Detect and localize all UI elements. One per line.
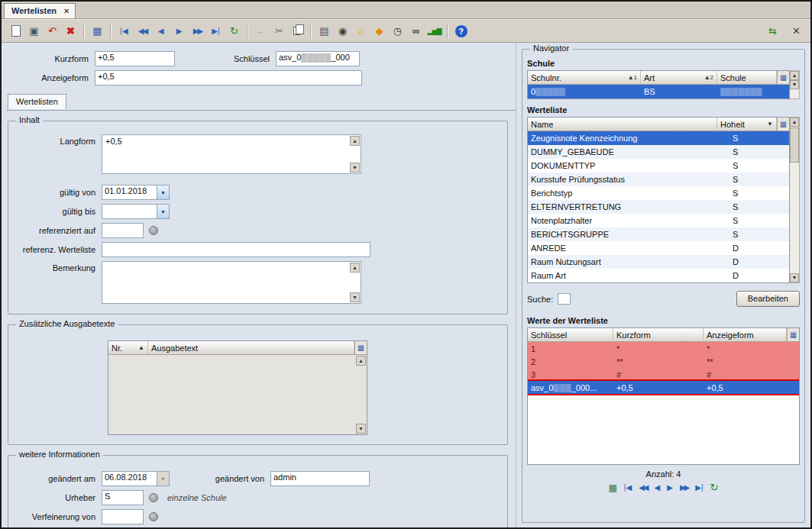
- nav-prev-icon[interactable]: ◀: [152, 23, 170, 40]
- table-config-icon[interactable]: ▦: [777, 71, 789, 84]
- pager-refresh-icon[interactable]: ↻: [710, 482, 719, 493]
- col-art[interactable]: Art ▲2: [641, 71, 717, 84]
- goto-record-icon[interactable]: ▦: [608, 482, 616, 493]
- col-kurzform[interactable]: Kurzform: [613, 328, 704, 341]
- sync-icon[interactable]: ⇆: [764, 23, 781, 40]
- pager-prev-icon[interactable]: ◀: [655, 483, 661, 492]
- scroll-down-icon[interactable]: ▼: [350, 292, 360, 302]
- gueltig-bis-input[interactable]: [102, 204, 157, 219]
- col-anzeigeform[interactable]: Anzeigeform: [704, 328, 787, 341]
- chevron-down-icon[interactable]: ▼: [157, 204, 170, 219]
- werteliste-row[interactable]: Raum Art D: [528, 269, 789, 282]
- werteliste-row[interactable]: DUMMY_GEBAEUDE S: [528, 145, 789, 159]
- edit-table-icon[interactable]: ▦: [89, 23, 106, 40]
- geaendert-von-input[interactable]: admin: [270, 471, 370, 486]
- kurzform-input[interactable]: +0,5: [95, 51, 175, 66]
- validity-icon[interactable]: ◆: [370, 23, 388, 40]
- help-icon[interactable]: ?: [452, 23, 470, 40]
- werteliste-scrollbar[interactable]: ▲ ▼: [790, 117, 800, 283]
- back-icon[interactable]: ←: [252, 23, 270, 40]
- geaendert-am-input[interactable]: 06.08.2018: [102, 471, 157, 486]
- print-icon[interactable]: ▤: [315, 23, 333, 40]
- refresh-icon[interactable]: ↻: [225, 23, 243, 40]
- table-config-icon[interactable]: ▦: [787, 328, 799, 341]
- undo-icon[interactable]: ↶: [44, 23, 61, 40]
- langform-textarea[interactable]: +0,5 ▲ ▼: [102, 134, 361, 174]
- scroll-up-icon[interactable]: ▲: [350, 263, 360, 273]
- statistics-icon[interactable]: ▂▅▇: [425, 23, 443, 40]
- hint-icon[interactable]: ☼: [352, 23, 370, 40]
- nav-next-fast-icon[interactable]: ▶▶: [189, 23, 206, 40]
- delete-icon[interactable]: ✖: [62, 23, 79, 40]
- col-schule[interactable]: Schule: [717, 71, 777, 84]
- nav-prev-fast-icon[interactable]: ◀◀: [134, 23, 151, 40]
- clock-icon[interactable]: ◷: [389, 23, 406, 40]
- gueltig-bis-datepicker[interactable]: ▼: [102, 204, 170, 219]
- bearbeiten-button[interactable]: Bearbeiten: [736, 291, 800, 307]
- save-icon[interactable]: ▣: [25, 23, 43, 40]
- scroll-down-icon[interactable]: ▼: [790, 273, 799, 282]
- pager-next-fast-icon[interactable]: ▶▶: [680, 483, 688, 492]
- werteliste-row[interactable]: Berichtstyp S: [528, 186, 789, 200]
- pager-next-icon[interactable]: ▶: [667, 483, 673, 492]
- col-nr[interactable]: Nr. ▲: [108, 341, 148, 354]
- binoculars-icon[interactable]: ∞: [407, 23, 425, 40]
- schule-scrollbar[interactable]: ▲ ▼: [790, 70, 800, 99]
- nav-first-icon[interactable]: |◀: [115, 23, 133, 40]
- form-tab-wertelisten[interactable]: Wertelisten: [8, 94, 66, 109]
- schule-row[interactable]: 0▒▒▒▒▒ BS ▒▒▒▒▒▒▒: [528, 85, 789, 98]
- nav-next-icon[interactable]: ▶: [170, 23, 188, 40]
- col-schulnr[interactable]: Schulnr. ▲1: [528, 71, 641, 84]
- scroll-up-icon[interactable]: ▲: [356, 356, 366, 366]
- new-record-icon[interactable]: [7, 23, 24, 40]
- referenziert-auf-input[interactable]: [102, 223, 144, 238]
- tab-close-icon[interactable]: ✕: [63, 7, 70, 15]
- col-ausgabetext[interactable]: Ausgabetext: [148, 341, 354, 354]
- werteliste-row[interactable]: Notenplatzhalter S: [528, 214, 789, 227]
- chevron-down-icon[interactable]: ▼: [157, 185, 170, 200]
- cut-icon[interactable]: ✂: [270, 23, 288, 40]
- anzeigeform-input[interactable]: +0,5: [95, 70, 362, 85]
- werte-row[interactable]: 1 * *: [528, 342, 799, 355]
- scrollbar-thumb[interactable]: [790, 127, 799, 163]
- werteliste-row[interactable]: DOKUMENTTYP S: [528, 159, 789, 173]
- tab-wertelisten[interactable]: Wertelisten ✕: [4, 3, 76, 18]
- gueltig-von-datepicker[interactable]: 01.01.2018 ▼: [102, 185, 170, 200]
- werte-row[interactable]: asv_0▒▒▒_000... +0,5 +0,5: [528, 381, 799, 394]
- col-name[interactable]: Name: [528, 118, 717, 131]
- pager-prev-fast-icon[interactable]: ◀◀: [639, 483, 647, 492]
- col-hoheit[interactable]: Hoheit ▼: [717, 118, 777, 131]
- gueltig-von-input[interactable]: 01.01.2018: [102, 185, 157, 200]
- werteliste-row[interactable]: BERICHTSGRUPPE S: [528, 227, 789, 241]
- scroll-down-icon[interactable]: ▼: [790, 80, 799, 89]
- pager-last-icon[interactable]: ▶|: [695, 483, 703, 492]
- schluessel-input[interactable]: asv_0▒▒▒▒▒_000: [276, 51, 360, 66]
- werte-row[interactable]: 3 # #: [528, 368, 799, 381]
- bemerkung-textarea[interactable]: ▲ ▼: [102, 261, 361, 304]
- werteliste-row[interactable]: Raum Nutzungsart D: [528, 255, 789, 269]
- col-schluessel[interactable]: Schlüssel: [528, 328, 613, 341]
- table-config-icon[interactable]: ▦: [354, 341, 367, 354]
- werteliste-row[interactable]: Zeugnisnote Kennzeichnung S: [528, 131, 789, 145]
- lookup-circle-button[interactable]: [149, 493, 158, 502]
- scroll-up-icon[interactable]: ▲: [790, 118, 799, 127]
- lookup-circle-button[interactable]: [149, 512, 158, 521]
- werteliste-row[interactable]: ELTERNVERTRETUNG S: [528, 200, 789, 214]
- werteliste-row[interactable]: Kursstufe Prüfungsstatus S: [528, 173, 789, 186]
- lookup-circle-button[interactable]: [149, 226, 158, 235]
- close-panel-icon[interactable]: ✕: [788, 23, 805, 40]
- scroll-up-icon[interactable]: ▲: [790, 71, 799, 80]
- verfeinerung-von-input[interactable]: [102, 509, 144, 524]
- werte-row[interactable]: 2 ** **: [528, 355, 799, 368]
- preview-icon[interactable]: ◉: [334, 23, 351, 40]
- scroll-down-icon[interactable]: ▼: [356, 424, 366, 434]
- copy-icon[interactable]: [289, 23, 306, 40]
- referenz-werteliste-input[interactable]: [102, 242, 370, 257]
- scroll-up-icon[interactable]: ▲: [350, 136, 360, 146]
- pager-first-icon[interactable]: |◀: [624, 483, 632, 492]
- urheber-input[interactable]: S: [102, 490, 144, 505]
- search-input[interactable]: [558, 293, 571, 305]
- scroll-down-icon[interactable]: ▼: [350, 163, 360, 173]
- werteliste-row[interactable]: ANREDE D: [528, 241, 789, 255]
- geaendert-am-datepicker[interactable]: 06.08.2018 ▼: [102, 471, 170, 486]
